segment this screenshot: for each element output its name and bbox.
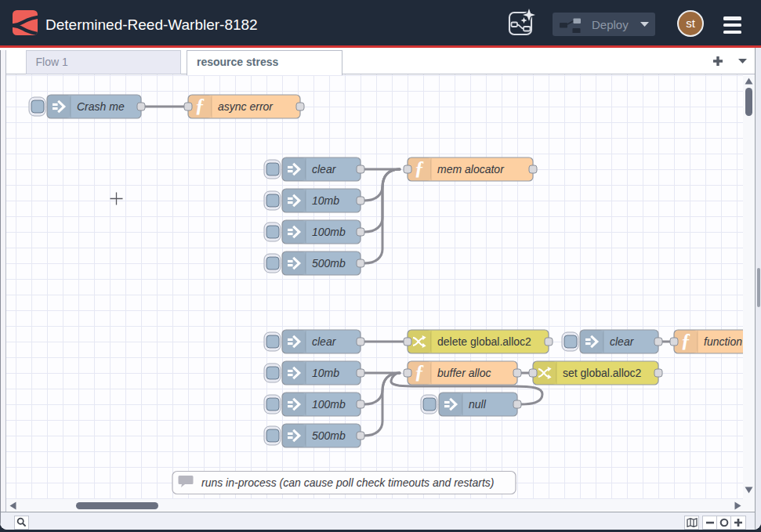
svg-text:clear: clear: [312, 335, 337, 348]
svg-text:100mb: 100mb: [312, 398, 346, 411]
svg-text:null: null: [469, 398, 487, 411]
svg-text:mem alocator: mem alocator: [437, 163, 505, 176]
svg-text:buffer alloc: buffer alloc: [437, 367, 491, 379]
svg-text:100mb: 100mb: [312, 226, 346, 238]
svg-text:clear: clear: [610, 335, 635, 348]
svg-text:clear: clear: [312, 163, 337, 176]
svg-text:Crash me: Crash me: [77, 100, 125, 113]
svg-text:10mb: 10mb: [312, 194, 339, 207]
svg-text:ƒ: ƒ: [415, 361, 425, 382]
svg-text:ƒ: ƒ: [415, 157, 425, 179]
svg-text:delete global.alloc2: delete global.alloc2: [437, 335, 531, 348]
svg-text:ƒ: ƒ: [681, 330, 691, 351]
svg-text:set global.alloc2: set global.alloc2: [563, 367, 642, 379]
svg-text:500mb: 500mb: [312, 429, 346, 442]
svg-text:500mb: 500mb: [312, 257, 346, 270]
svg-text:ƒ: ƒ: [195, 95, 205, 116]
svg-text:function: function: [704, 335, 742, 348]
svg-text:10mb: 10mb: [312, 367, 339, 379]
svg-text:runs in-process (can cause pol: runs in-process (can cause poll check ti…: [201, 476, 495, 489]
svg-text:async error: async error: [218, 100, 274, 113]
